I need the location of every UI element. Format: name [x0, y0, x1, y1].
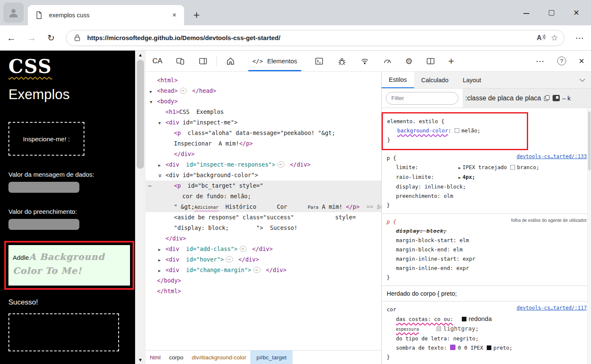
expand-inline-icon[interactable]: ⋯ [253, 267, 260, 273]
favorite-star-icon[interactable]: ☆ [551, 33, 558, 43]
node-menu-icon[interactable]: ⋯ [148, 181, 152, 191]
dom-tree-line[interactable]: ▶<div id="hover">⋯ </div> [146, 254, 381, 265]
styles-filter-input[interactable] [386, 92, 458, 105]
dom-tree-line[interactable]: <html> [146, 75, 381, 86]
dom-tree-line[interactable]: </div> [146, 149, 381, 159]
profile-avatar[interactable] [3, 3, 24, 23]
styles-scrollbar[interactable] [587, 108, 591, 364]
breadcrumb-p-bc-target[interactable]: p#bc_target [250, 351, 292, 364]
declaration-display[interactable]: display: inline-block; [387, 182, 586, 191]
dom-tree-line[interactable]: " &gt;Adicionar Histórico Cor Para A mim… [146, 202, 381, 212]
address-bar[interactable]: https://microsoftedge.github.io/Demos/de… [66, 30, 564, 46]
settings-gear-icon[interactable]: ⚙ [405, 57, 413, 65]
breadcrumb-html[interactable]: html [146, 354, 165, 361]
device-emulation-icon[interactable] [175, 56, 185, 66]
breadcrumb-div-background-color[interactable]: div#background-color [187, 354, 250, 361]
expand-arrow-icon[interactable]: ▼ [150, 97, 157, 107]
declaration-margin-inline-end[interactable]: margin-inline-end: expr [387, 264, 586, 273]
expand-inline-icon[interactable]: ⋯ [226, 256, 233, 262]
network-wifi-icon[interactable] [360, 56, 370, 66]
tab-layout[interactable]: Layout [455, 72, 488, 88]
scroll-down-icon[interactable]: ▼ [138, 356, 143, 364]
url-text[interactable]: https://microsoftedge.github.io/Demos/de… [87, 34, 532, 41]
dom-tree-line[interactable]: ▼<body> [146, 96, 381, 107]
declaration-display-overridden[interactable]: display: block; [387, 226, 586, 236]
dom-tree-line[interactable]: ▶<head>⋯ </head> [146, 86, 381, 96]
expand-inline-icon[interactable]: ⋯ [277, 162, 284, 167]
dom-tree-line[interactable]: v<div id="background-color"> [146, 170, 381, 181]
dom-tree-line[interactable]: <aside be response" class="success" styl… [146, 212, 381, 223]
dom-tree-line[interactable]: "display: block; "> Sucesso! [146, 223, 381, 233]
css-property-name[interactable]: background-color [397, 127, 448, 134]
panel-overflow-chevron[interactable] [580, 72, 591, 88]
declaration-padding[interactable]: preenchimento: olm [387, 191, 586, 201]
console-icon[interactable] [314, 56, 324, 66]
dom-tree-line[interactable]: <p class="aloha" data-message="peekaboo!… [146, 128, 381, 138]
minimize-button[interactable] [523, 13, 529, 14]
browser-tab[interactable]: exemplos cuss × [28, 5, 184, 25]
grid-toggle-icon[interactable] [553, 95, 560, 101]
element-style-declaration[interactable]: background-color:melão; [387, 126, 523, 135]
dom-tree-line[interactable]: ▼<div id="inspect-me"> [146, 117, 381, 128]
read-aloud-icon[interactable]: A [537, 34, 546, 42]
color-swatch-black[interactable] [462, 317, 466, 321]
inspect-element-button[interactable]: CA [152, 57, 163, 65]
expand-arrow-icon[interactable]: ▶ [158, 160, 165, 170]
css-property-value[interactable]: melão; [461, 127, 480, 134]
dom-tree-line[interactable]: </body> [146, 275, 381, 286]
tab-estilos[interactable]: Estilos [382, 72, 414, 88]
scrollbar-thumb[interactable] [137, 60, 144, 169]
devtools-menu-icon[interactable]: ⋯ [536, 56, 545, 66]
expand-arrow-icon[interactable]: ▶ [158, 244, 165, 255]
declaration-margin-block-end[interactable]: margin-block-end: elm [387, 245, 586, 254]
expand-arrow-icon[interactable]: ▶ [158, 255, 165, 265]
dom-tree-line[interactable]: </div> [146, 233, 381, 244]
dom-tree-line[interactable]: ▶<div id="add-class">⋯ </div> [146, 244, 381, 254]
stylesheet-source-link[interactable]: devtools-cs…tarted/:133 [517, 154, 587, 159]
tab-close-icon[interactable]: × [171, 11, 178, 19]
color-picker-swatch[interactable] [450, 345, 455, 350]
browser-menu-icon[interactable]: ⋯ [575, 33, 584, 43]
breadcrumb-body[interactable]: corpo [165, 354, 188, 361]
declaration-font-weight[interactable]: do tipo de letra: negrito; [387, 334, 586, 343]
home-icon[interactable] [225, 56, 236, 66]
expand-inline-icon[interactable]: ⋯ [240, 246, 247, 252]
maximize-button[interactable] [549, 10, 554, 16]
stylesheet-source-link[interactable]: devtools-cs…tarted/:117 [517, 305, 587, 311]
dom-tree-line[interactable]: cor de fundo: melão; [146, 191, 381, 202]
layout-columns-icon[interactable] [426, 56, 436, 66]
data-message-input[interactable] [8, 182, 79, 193]
color-swatch-lightgray[interactable] [436, 326, 441, 331]
declaration-thickness[interactable]: espessuralightgray; [387, 324, 586, 334]
refresh-button[interactable]: ↻ [47, 33, 55, 43]
padding-input[interactable] [8, 219, 79, 230]
tab-calculado[interactable]: Calculado [414, 72, 456, 88]
dom-tree-line[interactable]: Inspecionar A mim!</p> [146, 138, 381, 149]
copy-icon[interactable] [544, 95, 550, 101]
color-swatch-black[interactable] [487, 345, 491, 350]
dom-tree-line[interactable]: <h1>CSS Exemplos [146, 107, 381, 117]
dom-tree-line[interactable]: </html> [146, 286, 381, 297]
bug-icon[interactable] [337, 56, 347, 66]
color-swatch-white[interactable] [510, 165, 515, 170]
back-button[interactable]: ← [7, 33, 16, 43]
dom-tree-line[interactable]: ▶<div id="change-margin">⋯ </div> [146, 265, 381, 275]
pseudo-class-label[interactable]: :classe de placa de placa [465, 94, 541, 102]
dock-side-icon[interactable] [198, 56, 208, 66]
close-window-button[interactable]: × [574, 8, 579, 18]
expand-arrow-icon[interactable]: ▶ [458, 175, 461, 180]
background-color-target[interactable]: AddleA Background Color To Me! [8, 245, 130, 286]
dom-tree-line[interactable]: ⋯ <p id="bc_target" style=" [146, 181, 381, 191]
color-swatch-melon[interactable] [455, 128, 459, 133]
more-tools-plus-icon[interactable]: + [448, 56, 454, 66]
inspect-me-button[interactable]: Inspecione-me! : [8, 122, 84, 156]
expand-inline-icon[interactable]: ⋯ [180, 88, 187, 94]
forward-button[interactable]: → [27, 33, 36, 43]
expand-arrow-icon[interactable]: v [158, 170, 165, 181]
performance-gauge-icon[interactable] [382, 56, 393, 66]
help-icon[interactable]: ? [557, 57, 566, 65]
declaration-border-radius[interactable]: raio-limite:▶4px; [387, 173, 586, 182]
expand-arrow-icon[interactable]: ▶ [158, 265, 165, 276]
close-devtools-icon[interactable]: × [579, 57, 584, 66]
declaration-border[interactable]: limite:▶IPEX tracejadobranco; [387, 163, 586, 173]
